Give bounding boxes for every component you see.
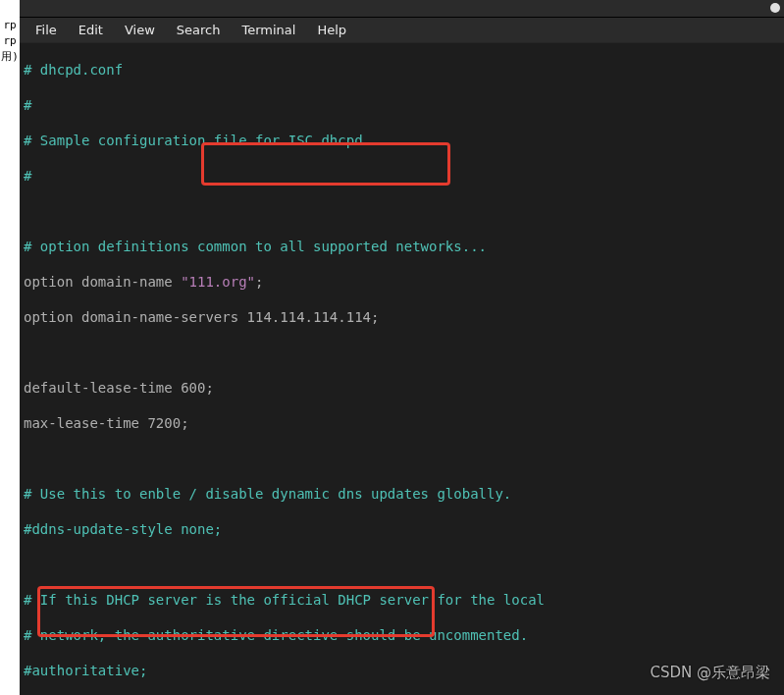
- left-frag-0: rp: [0, 18, 20, 33]
- close-icon[interactable]: [770, 3, 780, 13]
- code-line: # Use this to enble / disable dynamic dn…: [24, 485, 780, 503]
- left-frag-1: rp: [0, 33, 20, 49]
- left-frag-2: 用): [0, 49, 20, 65]
- menu-terminal[interactable]: Terminal: [232, 21, 305, 39]
- menubar: File Edit View Search Terminal Help: [20, 18, 784, 43]
- code-line: option domain-name-servers 114.114.114.1…: [24, 308, 780, 326]
- code-line: [24, 556, 780, 573]
- terminal-content[interactable]: # dhcpd.conf # # Sample configuration fi…: [20, 43, 784, 695]
- code-line: #ddns-update-style none;: [24, 520, 780, 538]
- watermark: CSDN @乐意昂梁: [650, 664, 770, 681]
- code-line: [24, 450, 780, 467]
- code-line: # Sample configuration file for ISC dhcp…: [24, 132, 780, 149]
- code-line: # option definitions common to all suppo…: [24, 238, 780, 255]
- window-titlebar[interactable]: [20, 0, 784, 18]
- code-line: option domain-name "111.org";: [24, 273, 780, 291]
- code-line: max-lease-time 7200;: [24, 414, 780, 432]
- code-line: # network, the authoritative directive s…: [24, 626, 780, 644]
- menu-help[interactable]: Help: [307, 21, 356, 39]
- menu-file[interactable]: File: [26, 21, 67, 39]
- code-line: #: [24, 167, 780, 185]
- code-line: # If this DHCP server is the official DH…: [24, 591, 780, 609]
- code-line: # dhcpd.conf: [24, 61, 780, 79]
- terminal-window: File Edit View Search Terminal Help # dh…: [20, 0, 784, 695]
- code-line: default-lease-time 600;: [24, 379, 780, 397]
- code-line: [24, 344, 780, 361]
- menu-edit[interactable]: Edit: [69, 21, 113, 39]
- code-line: [24, 202, 780, 220]
- menu-search[interactable]: Search: [167, 21, 231, 39]
- left-sidebar-fragment: rp rp 用): [0, 0, 20, 695]
- menu-view[interactable]: View: [115, 21, 165, 39]
- code-line: #: [24, 96, 780, 114]
